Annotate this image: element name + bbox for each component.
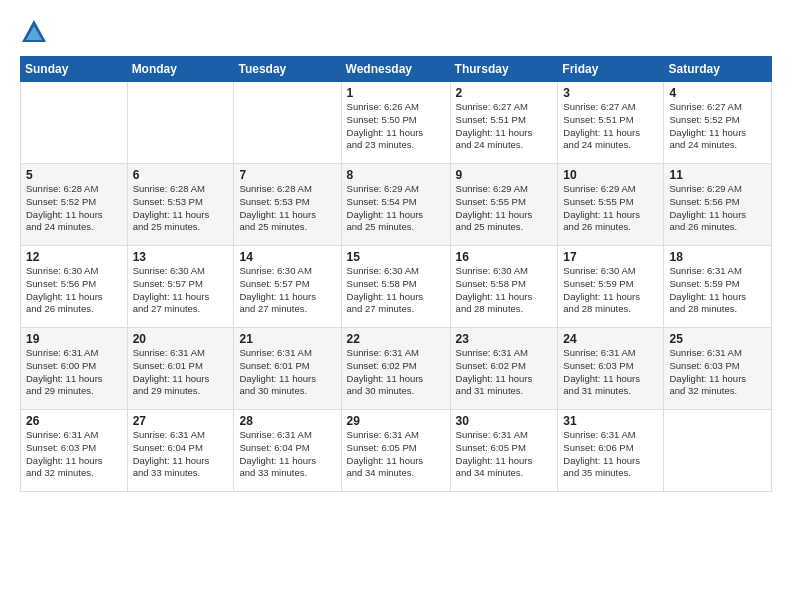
calendar-table: SundayMondayTuesdayWednesdayThursdayFrid… xyxy=(20,56,772,492)
day-info: Sunrise: 6:31 AM Sunset: 6:01 PM Dayligh… xyxy=(239,347,335,398)
day-number: 13 xyxy=(133,250,229,264)
day-info: Sunrise: 6:30 AM Sunset: 5:57 PM Dayligh… xyxy=(239,265,335,316)
week-row-2: 12Sunrise: 6:30 AM Sunset: 5:56 PM Dayli… xyxy=(21,246,772,328)
day-info: Sunrise: 6:31 AM Sunset: 6:04 PM Dayligh… xyxy=(133,429,229,480)
day-number: 16 xyxy=(456,250,553,264)
weekday-header-wednesday: Wednesday xyxy=(341,57,450,82)
day-number: 29 xyxy=(347,414,445,428)
day-number: 6 xyxy=(133,168,229,182)
day-number: 28 xyxy=(239,414,335,428)
day-info: Sunrise: 6:31 AM Sunset: 6:00 PM Dayligh… xyxy=(26,347,122,398)
day-number: 9 xyxy=(456,168,553,182)
day-info: Sunrise: 6:29 AM Sunset: 5:56 PM Dayligh… xyxy=(669,183,766,234)
day-number: 30 xyxy=(456,414,553,428)
logo-icon xyxy=(20,18,48,46)
day-number: 10 xyxy=(563,168,658,182)
day-cell: 18Sunrise: 6:31 AM Sunset: 5:59 PM Dayli… xyxy=(664,246,772,328)
day-cell xyxy=(234,82,341,164)
day-number: 22 xyxy=(347,332,445,346)
day-number: 19 xyxy=(26,332,122,346)
day-info: Sunrise: 6:31 AM Sunset: 6:06 PM Dayligh… xyxy=(563,429,658,480)
day-cell xyxy=(21,82,128,164)
day-number: 14 xyxy=(239,250,335,264)
day-cell: 15Sunrise: 6:30 AM Sunset: 5:58 PM Dayli… xyxy=(341,246,450,328)
day-info: Sunrise: 6:31 AM Sunset: 6:05 PM Dayligh… xyxy=(347,429,445,480)
day-cell: 17Sunrise: 6:30 AM Sunset: 5:59 PM Dayli… xyxy=(558,246,664,328)
day-cell: 10Sunrise: 6:29 AM Sunset: 5:55 PM Dayli… xyxy=(558,164,664,246)
day-cell: 20Sunrise: 6:31 AM Sunset: 6:01 PM Dayli… xyxy=(127,328,234,410)
day-cell: 2Sunrise: 6:27 AM Sunset: 5:51 PM Daylig… xyxy=(450,82,558,164)
day-cell: 8Sunrise: 6:29 AM Sunset: 5:54 PM Daylig… xyxy=(341,164,450,246)
day-cell: 26Sunrise: 6:31 AM Sunset: 6:03 PM Dayli… xyxy=(21,410,128,492)
day-info: Sunrise: 6:29 AM Sunset: 5:54 PM Dayligh… xyxy=(347,183,445,234)
day-info: Sunrise: 6:27 AM Sunset: 5:51 PM Dayligh… xyxy=(456,101,553,152)
day-info: Sunrise: 6:31 AM Sunset: 6:02 PM Dayligh… xyxy=(456,347,553,398)
day-cell: 3Sunrise: 6:27 AM Sunset: 5:51 PM Daylig… xyxy=(558,82,664,164)
week-row-1: 5Sunrise: 6:28 AM Sunset: 5:52 PM Daylig… xyxy=(21,164,772,246)
week-row-0: 1Sunrise: 6:26 AM Sunset: 5:50 PM Daylig… xyxy=(21,82,772,164)
day-number: 26 xyxy=(26,414,122,428)
day-number: 1 xyxy=(347,86,445,100)
day-cell: 24Sunrise: 6:31 AM Sunset: 6:03 PM Dayli… xyxy=(558,328,664,410)
day-cell: 9Sunrise: 6:29 AM Sunset: 5:55 PM Daylig… xyxy=(450,164,558,246)
day-number: 8 xyxy=(347,168,445,182)
day-info: Sunrise: 6:31 AM Sunset: 6:02 PM Dayligh… xyxy=(347,347,445,398)
weekday-header-tuesday: Tuesday xyxy=(234,57,341,82)
day-number: 31 xyxy=(563,414,658,428)
day-info: Sunrise: 6:27 AM Sunset: 5:52 PM Dayligh… xyxy=(669,101,766,152)
day-number: 2 xyxy=(456,86,553,100)
day-info: Sunrise: 6:31 AM Sunset: 5:59 PM Dayligh… xyxy=(669,265,766,316)
page: SundayMondayTuesdayWednesdayThursdayFrid… xyxy=(0,0,792,612)
day-cell: 14Sunrise: 6:30 AM Sunset: 5:57 PM Dayli… xyxy=(234,246,341,328)
day-number: 15 xyxy=(347,250,445,264)
day-cell: 19Sunrise: 6:31 AM Sunset: 6:00 PM Dayli… xyxy=(21,328,128,410)
week-row-3: 19Sunrise: 6:31 AM Sunset: 6:00 PM Dayli… xyxy=(21,328,772,410)
day-cell: 7Sunrise: 6:28 AM Sunset: 5:53 PM Daylig… xyxy=(234,164,341,246)
logo xyxy=(20,18,52,46)
day-number: 18 xyxy=(669,250,766,264)
day-cell: 11Sunrise: 6:29 AM Sunset: 5:56 PM Dayli… xyxy=(664,164,772,246)
day-number: 12 xyxy=(26,250,122,264)
day-number: 7 xyxy=(239,168,335,182)
day-info: Sunrise: 6:27 AM Sunset: 5:51 PM Dayligh… xyxy=(563,101,658,152)
weekday-header-thursday: Thursday xyxy=(450,57,558,82)
day-info: Sunrise: 6:31 AM Sunset: 6:03 PM Dayligh… xyxy=(669,347,766,398)
day-info: Sunrise: 6:30 AM Sunset: 5:59 PM Dayligh… xyxy=(563,265,658,316)
day-number: 27 xyxy=(133,414,229,428)
day-number: 17 xyxy=(563,250,658,264)
day-info: Sunrise: 6:31 AM Sunset: 6:05 PM Dayligh… xyxy=(456,429,553,480)
day-number: 20 xyxy=(133,332,229,346)
day-info: Sunrise: 6:31 AM Sunset: 6:03 PM Dayligh… xyxy=(563,347,658,398)
day-info: Sunrise: 6:31 AM Sunset: 6:01 PM Dayligh… xyxy=(133,347,229,398)
header xyxy=(20,18,772,46)
day-cell: 16Sunrise: 6:30 AM Sunset: 5:58 PM Dayli… xyxy=(450,246,558,328)
day-cell: 5Sunrise: 6:28 AM Sunset: 5:52 PM Daylig… xyxy=(21,164,128,246)
day-cell: 29Sunrise: 6:31 AM Sunset: 6:05 PM Dayli… xyxy=(341,410,450,492)
day-info: Sunrise: 6:28 AM Sunset: 5:53 PM Dayligh… xyxy=(133,183,229,234)
day-info: Sunrise: 6:31 AM Sunset: 6:03 PM Dayligh… xyxy=(26,429,122,480)
day-cell: 4Sunrise: 6:27 AM Sunset: 5:52 PM Daylig… xyxy=(664,82,772,164)
day-cell xyxy=(127,82,234,164)
day-cell: 30Sunrise: 6:31 AM Sunset: 6:05 PM Dayli… xyxy=(450,410,558,492)
day-info: Sunrise: 6:30 AM Sunset: 5:57 PM Dayligh… xyxy=(133,265,229,316)
day-cell: 31Sunrise: 6:31 AM Sunset: 6:06 PM Dayli… xyxy=(558,410,664,492)
day-number: 21 xyxy=(239,332,335,346)
day-cell: 21Sunrise: 6:31 AM Sunset: 6:01 PM Dayli… xyxy=(234,328,341,410)
day-info: Sunrise: 6:29 AM Sunset: 5:55 PM Dayligh… xyxy=(563,183,658,234)
weekday-header-friday: Friday xyxy=(558,57,664,82)
day-cell: 25Sunrise: 6:31 AM Sunset: 6:03 PM Dayli… xyxy=(664,328,772,410)
weekday-header-sunday: Sunday xyxy=(21,57,128,82)
day-info: Sunrise: 6:29 AM Sunset: 5:55 PM Dayligh… xyxy=(456,183,553,234)
day-cell: 1Sunrise: 6:26 AM Sunset: 5:50 PM Daylig… xyxy=(341,82,450,164)
day-number: 25 xyxy=(669,332,766,346)
day-cell: 6Sunrise: 6:28 AM Sunset: 5:53 PM Daylig… xyxy=(127,164,234,246)
day-cell xyxy=(664,410,772,492)
week-row-4: 26Sunrise: 6:31 AM Sunset: 6:03 PM Dayli… xyxy=(21,410,772,492)
day-cell: 12Sunrise: 6:30 AM Sunset: 5:56 PM Dayli… xyxy=(21,246,128,328)
day-cell: 23Sunrise: 6:31 AM Sunset: 6:02 PM Dayli… xyxy=(450,328,558,410)
day-number: 5 xyxy=(26,168,122,182)
day-info: Sunrise: 6:30 AM Sunset: 5:58 PM Dayligh… xyxy=(347,265,445,316)
day-cell: 13Sunrise: 6:30 AM Sunset: 5:57 PM Dayli… xyxy=(127,246,234,328)
day-cell: 28Sunrise: 6:31 AM Sunset: 6:04 PM Dayli… xyxy=(234,410,341,492)
day-info: Sunrise: 6:26 AM Sunset: 5:50 PM Dayligh… xyxy=(347,101,445,152)
